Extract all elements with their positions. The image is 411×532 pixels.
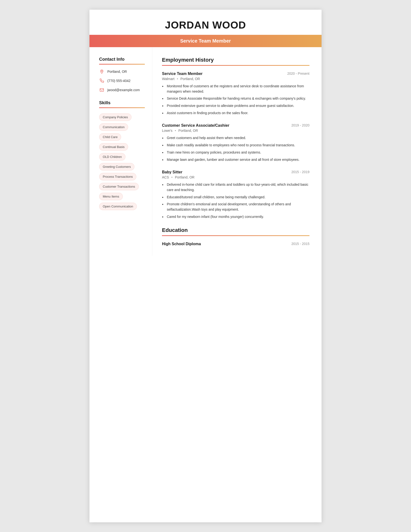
- contact-divider: [99, 64, 145, 65]
- skill-tag: Menu Items: [99, 193, 123, 200]
- jobs-container: Service Team Member2020 - PresentWalmart…: [162, 72, 309, 219]
- edu-dates: 2015 - 2015: [291, 242, 309, 246]
- education-divider: [162, 235, 309, 236]
- contact-email: jwood@example.com: [99, 87, 145, 93]
- job-bullet: Manage lawn and garden, lumber and custo…: [162, 157, 309, 162]
- job-title: Baby Sitter: [162, 170, 182, 174]
- contact-location: Portland, OR: [99, 69, 145, 74]
- education-section: Education High School Diploma2015 - 2015: [162, 227, 309, 246]
- contact-section: Contact Info Portland, OR: [99, 57, 145, 93]
- skill-tag: Process Transactions: [99, 173, 136, 180]
- svg-rect-1: [100, 88, 104, 91]
- main-content: Employment History Service Team Member20…: [152, 47, 322, 256]
- job-company: Lowe's • Portland, OR: [162, 129, 309, 133]
- job-bullet: Promote children's emotional and social …: [162, 202, 309, 212]
- svg-point-0: [101, 71, 102, 72]
- skills-section-title: Skills: [99, 100, 145, 105]
- resume-page: JORDAN WOOD Service Team Member Contact …: [89, 10, 322, 522]
- skills-tags-container: Company PoliciesCommunicationChild CareC…: [99, 113, 145, 211]
- skills-divider: [99, 107, 145, 108]
- sidebar: Contact Info Portland, OR: [89, 47, 152, 256]
- contact-location-text: Portland, OR: [107, 70, 127, 74]
- job-bullet: Educated/tutored small children, some be…: [162, 195, 309, 200]
- job-bullets: Delivered in-home child care for infants…: [162, 182, 309, 219]
- job-company: ACS • Portland, OR: [162, 175, 309, 179]
- skill-tag: OLD Children: [99, 153, 125, 161]
- employment-section-title: Employment History: [162, 57, 309, 63]
- contact-email-text: jwood@example.com: [107, 88, 140, 92]
- job-bullet: Make cash readily available to employees…: [162, 143, 309, 148]
- skill-tag: Open Communication: [99, 203, 137, 210]
- job-bullet: Assist customers in finding products on …: [162, 111, 309, 116]
- job-dates: 2015 - 2019: [291, 170, 309, 174]
- employment-divider: [162, 65, 309, 66]
- job-bullet: Service Desk Associate Responsible for h…: [162, 96, 309, 101]
- job-bullets: Greet customers and help assist them whe…: [162, 135, 309, 162]
- job-title: Customer Service Associate/Cashier: [162, 123, 229, 128]
- skills-section: Skills Company PoliciesCommunicationChil…: [99, 100, 145, 211]
- job-company: Walmart • Portland, OR: [162, 77, 309, 81]
- job-entry: Service Team Member2020 - PresentWalmart…: [162, 72, 309, 116]
- skill-tag: Continual Basis: [99, 143, 128, 151]
- edu-title: High School Diploma: [162, 242, 201, 246]
- skill-tag: Child Care: [99, 133, 121, 141]
- education-section-title: Education: [162, 227, 309, 233]
- skill-tag: Company Policies: [99, 114, 131, 121]
- edu-container: High School Diploma2015 - 2015: [162, 242, 309, 246]
- employment-section: Employment History Service Team Member20…: [162, 57, 309, 219]
- job-bullet: Train new hires on company policies, pro…: [162, 150, 309, 155]
- skill-tag: Customer Transactions: [99, 183, 139, 190]
- job-bullet: Cared for my newborn infant (four months…: [162, 214, 309, 219]
- email-icon: [99, 87, 104, 93]
- location-icon: [99, 69, 104, 74]
- phone-icon: [99, 78, 104, 83]
- job-bullets: Monitored flow of customers at the regis…: [162, 84, 309, 116]
- contact-phone-text: (770) 555-4042: [107, 79, 131, 83]
- job-dates: 2020 - Present: [287, 72, 309, 76]
- skill-tag: Communication: [99, 123, 128, 131]
- job-header: Service Team Member2020 - Present: [162, 72, 309, 76]
- job-bullet: Greet customers and help assist them whe…: [162, 135, 309, 141]
- job-entry: Customer Service Associate/Cashier2019 -…: [162, 123, 309, 162]
- job-entry: Baby Sitter2015 - 2019ACS • Portland, OR…: [162, 170, 309, 219]
- job-bullet: Provided extensive guest service to alle…: [162, 103, 309, 109]
- job-header: Baby Sitter2015 - 2019: [162, 170, 309, 174]
- job-dates: 2019 - 2020: [291, 123, 309, 127]
- contact-phone: (770) 555-4042: [99, 78, 145, 83]
- resume-body: Contact Info Portland, OR: [89, 47, 322, 256]
- job-header: Customer Service Associate/Cashier2019 -…: [162, 123, 309, 128]
- job-bullet: Monitored flow of customers at the regis…: [162, 84, 309, 94]
- job-title: Service Team Member: [162, 72, 203, 76]
- skill-tag: Greeting Customers: [99, 163, 134, 171]
- contact-section-title: Contact Info: [99, 57, 145, 62]
- resume-title-bar: Service Team Member: [89, 35, 322, 47]
- resume-title: Service Team Member: [180, 38, 231, 44]
- resume-name: JORDAN WOOD: [99, 19, 312, 31]
- resume-header: JORDAN WOOD: [89, 10, 322, 31]
- edu-entry: High School Diploma2015 - 2015: [162, 242, 309, 246]
- job-bullet: Delivered in-home child care for infants…: [162, 182, 309, 192]
